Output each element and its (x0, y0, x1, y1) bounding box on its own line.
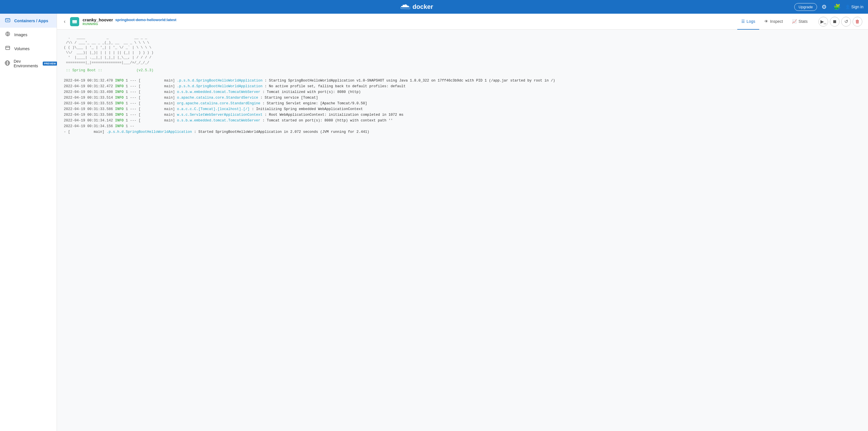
sidebar-label-containers: Containers / Apps (14, 19, 48, 23)
stop-icon: ⏹ (832, 19, 837, 24)
log-thread: - [ main] (64, 130, 106, 134)
log-message: : Tomcat started on port(s): 8080 (http)… (260, 119, 393, 122)
log-timestamp: 2022-04-19 00:31:34.142 (64, 119, 115, 122)
log-class: w.s.c.ServletWebServerApplicationContext (177, 113, 262, 117)
log-level: INFO (115, 90, 126, 94)
log-entry: 2022-04-19 00:31:34.142 INFO 1 --- [ mai… (64, 118, 861, 123)
log-message: : No active profile set, falling back to… (262, 84, 406, 88)
log-class: org.apache.catalina.core.StandardEngine (177, 102, 260, 106)
restart-icon: ↺ (844, 19, 848, 24)
container-name-row: cranky_hoover springboot-demo-helloworld… (83, 18, 734, 22)
log-entry: 2022-04-19 00:31:32.472 INFO 1 --- [ mai… (64, 84, 861, 89)
log-class: .p.s.h.d.SpringBootHelloWorldApplication (177, 84, 262, 88)
log-class: .p.s.h.d.SpringBootHelloWorldApplication (106, 130, 192, 134)
sidebar-label-images: Images (14, 32, 27, 37)
log-message: : Root WebApplicationContext: initializa… (262, 113, 404, 117)
log-level: INFO (115, 79, 126, 83)
log-entry: 2022-04-19 00:31:34.156 INFO 1 -- (64, 123, 861, 129)
log-message: : Starting SpringBootHelloWorldApplicati… (262, 79, 555, 83)
log-thread: 1 --- [ main] (126, 79, 177, 83)
docker-logo-text: docker (413, 3, 433, 10)
gear-icon: ⚙ (822, 3, 827, 10)
sidebar-item-containers[interactable]: Containers / Apps (0, 14, 57, 28)
log-level: INFO (115, 124, 126, 128)
svg-rect-13 (6, 46, 10, 50)
dev-env-icon (5, 60, 10, 67)
tab-stats[interactable]: 📈 Stats (788, 14, 812, 30)
chevron-left-icon: ‹ (64, 19, 65, 24)
delete-button[interactable]: 🗑 (852, 17, 862, 27)
log-message: : Starting service [Tomcat] (258, 96, 318, 100)
logs-icon: ☰ (741, 19, 745, 24)
log-message: : Tomcat initialized with port(s): 8080 … (260, 90, 361, 94)
log-thread: 1 --- [ main] (126, 107, 177, 111)
svg-point-10 (7, 33, 8, 35)
log-entry: 2022-04-19 00:31:33.586 INFO 1 --- [ mai… (64, 112, 861, 118)
log-entry: - [ main] .p.s.h.d.SpringBootHelloWorldA… (64, 129, 861, 135)
extensions-icon-button[interactable]: 🧩 (831, 2, 843, 11)
sidebar-label-volumes: Volumes (14, 47, 30, 51)
log-level: INFO (115, 84, 126, 88)
container-name-text: cranky_hoover (83, 18, 113, 22)
terminal-button[interactable]: ▶_ (818, 17, 828, 27)
log-thread: 1 --- [ main] (126, 96, 177, 100)
log-message: : Initializing Spring embedded WebApplic… (250, 107, 363, 111)
user-icon: 👤 (845, 5, 850, 9)
stop-button[interactable]: ⏹ (830, 17, 839, 27)
svg-rect-19 (72, 20, 77, 21)
log-entry: 2022-04-19 00:31:33.515 INFO 1 --- [ mai… (64, 100, 861, 106)
action-buttons: ▶_ ⏹ ↺ 🗑 (818, 17, 862, 27)
preview-badge: PREVIEW (43, 62, 58, 65)
container-image-link[interactable]: springboot-demo-helloworld:latest (115, 18, 177, 22)
log-class: .p.s.h.d.SpringBootHelloWorldApplication (177, 79, 262, 83)
log-entry: 2022-04-19 00:31:32.470 INFO 1 --- [ mai… (64, 78, 861, 84)
container-icon (70, 17, 79, 26)
log-thread: 1 -- (126, 124, 137, 128)
log-message: : Started SpringBootHelloWorldApplicatio… (192, 130, 369, 134)
log-timestamp: 2022-04-19 00:31:33.515 (64, 102, 115, 106)
sidebar-item-dev-environments[interactable]: Dev Environments PREVIEW (0, 56, 57, 71)
log-thread: 1 --- [ main] (126, 119, 177, 122)
chart-icon: 📈 (792, 19, 797, 24)
log-timestamp: 2022-04-19 00:31:33.514 (64, 96, 115, 100)
restart-button[interactable]: ↺ (841, 17, 851, 27)
tab-logs[interactable]: ☰ Logs (737, 14, 759, 30)
log-class: o.s.b.w.embedded.tomcat.TomcatWebServer (177, 119, 260, 122)
sidebar-item-volumes[interactable]: Volumes (0, 41, 57, 56)
puzzle-icon: 🧩 (834, 3, 841, 10)
sidebar: Containers / Apps Images Volumes (0, 14, 57, 431)
log-class: o.s.b.w.embedded.tomcat.TomcatWebServer (177, 90, 260, 94)
sign-in-button[interactable]: 👤 Sign in (845, 5, 863, 9)
settings-icon-button[interactable]: ⚙ (819, 2, 829, 11)
log-timestamp: 2022-04-19 00:31:33.586 (64, 107, 115, 111)
upgrade-button[interactable]: Upgrade (794, 3, 817, 11)
log-level: INFO (115, 107, 126, 111)
main-layout: Containers / Apps Images Volumes (0, 14, 868, 431)
sidebar-label-dev-environments: Dev Environments (14, 59, 38, 68)
tab-logs-label: Logs (747, 19, 755, 24)
log-timestamp: 2022-04-19 00:31:32.470 (64, 79, 115, 83)
back-button[interactable]: ‹ (63, 18, 67, 26)
tab-inspect-label: Inspect (770, 19, 783, 24)
log-class: o.a.c.c.C.[Tomcat].[localhost].[/] (177, 107, 250, 111)
tabs-area: ☰ Logs 👁 Inspect 📈 Stats (737, 14, 812, 30)
log-area[interactable]: . ____ _ __ _ _ /\\ / ___'_ __ _ _(_)_ _… (57, 30, 868, 431)
ascii-banner: . ____ _ __ _ _ /\\ / ___'_ __ _ _(_)_ _… (64, 35, 861, 65)
docker-logo: docker (400, 3, 433, 10)
images-icon (5, 31, 11, 38)
sidebar-item-images[interactable]: Images (0, 28, 57, 41)
navbar: docker Upgrade ⚙ 🧩 👤 Sign in (0, 0, 868, 14)
volumes-icon (5, 45, 11, 52)
log-entry: 2022-04-19 00:31:33.514 INFO 1 --- [ mai… (64, 95, 861, 100)
log-entries: 2022-04-19 00:31:32.470 INFO 1 --- [ mai… (64, 78, 861, 135)
container-status: RUNNING (83, 22, 734, 26)
log-thread: 1 --- [ main] (126, 102, 177, 106)
spring-line: :: Spring Boot :: (v2.5.3) (64, 67, 861, 73)
log-entry: 2022-04-19 00:31:33.498 INFO 1 --- [ mai… (64, 89, 861, 95)
log-timestamp: 2022-04-19 00:31:33.498 (64, 90, 115, 94)
tab-inspect[interactable]: 👁 Inspect (761, 14, 787, 30)
tab-stats-label: Stats (799, 19, 808, 24)
log-level: INFO (115, 102, 126, 106)
log-timestamp: 2022-04-19 00:31:34.156 (64, 124, 115, 128)
container-info: cranky_hoover springboot-demo-helloworld… (83, 18, 734, 26)
